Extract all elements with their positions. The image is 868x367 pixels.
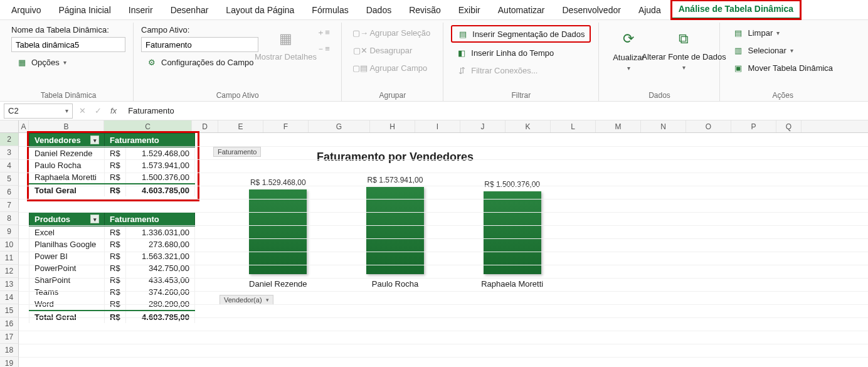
- move-pivot-button[interactable]: ▣ Mover Tabela Dinâmica: [728, 60, 838, 75]
- table-row[interactable]: Planilhas GoogleR$273.680,00: [29, 238, 195, 250]
- insert-timeline-button[interactable]: ◧ Inserir Linha do Tempo: [451, 45, 591, 60]
- menu-item[interactable]: Layout da Página: [218, 1, 302, 19]
- pivot-chart[interactable]: Faturamento Faturamento por Vendedores R…: [220, 151, 571, 305]
- row-header[interactable]: 10: [0, 238, 19, 252]
- table-row[interactable]: ExcelR$1.336.031,00: [29, 226, 195, 239]
- table-row[interactable]: Daniel RezendeR$1.529.468,00: [29, 147, 195, 160]
- row-header[interactable]: 6: [0, 186, 19, 199]
- chart-bar[interactable]: R$ 1.529.468,00: [234, 178, 322, 274]
- cancel-formula-button[interactable]: ✕: [79, 106, 86, 115]
- formula-value: Faturamento: [128, 106, 174, 115]
- row-header[interactable]: 18: [0, 344, 19, 357]
- row-header[interactable]: 8: [0, 212, 19, 225]
- filter-dropdown-icon[interactable]: ▾: [90, 136, 99, 144]
- row-header[interactable]: 2: [0, 133, 19, 146]
- value-field-pill[interactable]: Faturamento: [213, 147, 261, 157]
- column-header[interactable]: E: [218, 120, 263, 132]
- pivot-table-vendedores[interactable]: Vendedores ▾ Faturamento Daniel RezendeR…: [29, 133, 195, 196]
- column-header[interactable]: H: [370, 120, 415, 132]
- table-row[interactable]: SharPointR$433.453,00: [29, 274, 195, 286]
- column-header[interactable]: A: [19, 120, 29, 132]
- column-header[interactable]: G: [309, 120, 370, 132]
- row-header[interactable]: 5: [0, 173, 19, 186]
- column-header[interactable]: J: [460, 120, 505, 132]
- pivot-table-produtos[interactable]: Produtos ▾ Faturamento ExcelR$1.336.031,…: [29, 212, 195, 323]
- table-row[interactable]: TeamsR$374.260,00: [29, 286, 195, 298]
- table-row[interactable]: Paulo RochaR$1.573.941,00: [29, 159, 195, 171]
- select-button[interactable]: ▥ Selecionar ▾: [728, 43, 838, 58]
- menu-item[interactable]: Dados: [359, 1, 399, 19]
- show-details-button: ▦ Mostrar Detalhes: [263, 25, 307, 64]
- menu-item[interactable]: Desenvolvedor: [554, 1, 628, 19]
- menu-item[interactable]: Página Inicial: [51, 1, 118, 19]
- column-header[interactable]: P: [731, 120, 776, 132]
- menu-item[interactable]: Exibir: [451, 1, 488, 19]
- change-source-label: Alterar Fonte de Dados: [642, 53, 726, 61]
- row-header[interactable]: 3: [0, 146, 19, 159]
- spreadsheet-grid[interactable]: ABCDEFGHIJKLMNOPQ 2345678910111213141516…: [0, 120, 868, 367]
- change-source-button[interactable]: ⧉ Alterar Fonte de Dados ▾: [655, 25, 712, 73]
- pivot-name-input[interactable]: [11, 37, 125, 52]
- currency-label: R$: [105, 262, 126, 274]
- refresh-button[interactable]: ⟳ Atualizar ▾: [606, 25, 650, 74]
- table-row[interactable]: PowerPointR$342.750,00: [29, 262, 195, 274]
- ribbon-group-data: ⟳ Atualizar ▾ ⧉ Alterar Fonte de Dados ▾…: [599, 23, 720, 101]
- menu-item[interactable]: Inserir: [121, 1, 161, 19]
- bar-value-label: R$ 1.573.941,00: [368, 176, 423, 184]
- name-box[interactable]: C2 ▾: [4, 104, 73, 119]
- column-header[interactable]: D: [192, 120, 218, 132]
- row-header[interactable]: 7: [0, 199, 19, 212]
- menu-item[interactable]: Arquivo: [4, 1, 48, 19]
- pivot-options-button[interactable]: ▦ Opções ▾: [11, 55, 125, 70]
- pivot-header[interactable]: Faturamento: [105, 134, 195, 147]
- column-header[interactable]: O: [686, 120, 731, 132]
- menu-item[interactable]: Fórmulas: [304, 1, 356, 19]
- bar-rect: [484, 191, 541, 274]
- row-header[interactable]: 19: [0, 357, 19, 367]
- column-header[interactable]: K: [505, 120, 551, 132]
- column-header[interactable]: L: [551, 120, 596, 132]
- active-field-input[interactable]: [141, 37, 258, 52]
- row-header[interactable]: 11: [0, 252, 19, 265]
- column-header[interactable]: M: [596, 120, 641, 132]
- row-header[interactable]: 16: [0, 317, 19, 331]
- column-header[interactable]: Q: [776, 120, 802, 132]
- fx-button[interactable]: fx: [110, 106, 117, 115]
- axis-field-pill[interactable]: Vendedor(a) ▾: [220, 295, 273, 305]
- column-header[interactable]: F: [263, 120, 309, 132]
- currency-label: R$: [105, 171, 126, 184]
- pivot-header[interactable]: Faturamento: [105, 213, 195, 226]
- column-header[interactable]: I: [415, 120, 460, 132]
- column-header[interactable]: N: [641, 120, 686, 132]
- row-header[interactable]: 12: [0, 265, 19, 278]
- menu-item[interactable]: Desenhar: [163, 1, 216, 19]
- currency-label: R$: [105, 147, 126, 160]
- pivot-header[interactable]: Vendedores ▾: [29, 134, 105, 147]
- menu-item[interactable]: Revisão: [401, 1, 448, 19]
- column-header[interactable]: B: [29, 120, 104, 132]
- grid-cells[interactable]: Vendedores ▾ Faturamento Daniel RezendeR…: [19, 133, 868, 367]
- row-header[interactable]: 17: [0, 331, 19, 344]
- row-header[interactable]: 15: [0, 304, 19, 317]
- field-settings-button[interactable]: ⚙ Configurações do Campo: [141, 55, 258, 70]
- pivot-header[interactable]: Produtos ▾: [29, 213, 105, 226]
- category-label: Daniel Rezende: [234, 279, 322, 289]
- row-headers: 2345678910111213141516171819: [0, 133, 19, 367]
- row-header[interactable]: 4: [0, 159, 19, 173]
- column-header[interactable]: C: [104, 120, 192, 132]
- accept-formula-button[interactable]: ✓: [95, 106, 102, 115]
- insert-slicer-button[interactable]: ▤ Inserir Segmentação de Dados: [451, 25, 591, 43]
- table-row[interactable]: Raphaela MorettiR$1.500.376,00: [29, 171, 195, 184]
- group-field-button: ▢▤ Agrupar Campo: [349, 60, 435, 75]
- menu-item[interactable]: Ajuda: [631, 1, 669, 19]
- row-header[interactable]: 14: [0, 291, 19, 304]
- clear-button[interactable]: ▤ Limpar ▾: [728, 25, 838, 40]
- row-header[interactable]: 9: [0, 225, 19, 238]
- filter-dropdown-icon[interactable]: ▾: [90, 215, 99, 223]
- chart-bar[interactable]: R$ 1.500.376,00: [468, 180, 556, 274]
- formula-input[interactable]: Faturamento: [123, 104, 864, 119]
- menu-item[interactable]: Automatizar: [490, 1, 553, 19]
- row-header[interactable]: 13: [0, 278, 19, 291]
- menu-item[interactable]: Análise de Tabela Dinâmica: [671, 0, 801, 19]
- select-all-corner[interactable]: [0, 120, 19, 132]
